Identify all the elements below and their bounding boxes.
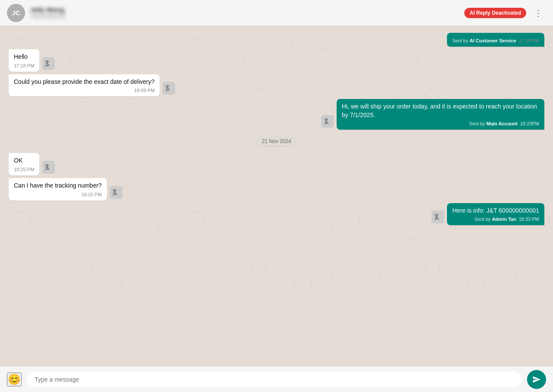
message-row: OK 18:25 PM <box>9 153 544 175</box>
message-meta: Sent by Admin Tan 18:33 PM <box>452 217 539 222</box>
message-meta: Sent by Main Account 18:20PM <box>342 121 539 126</box>
message-bubble-outgoing: Hi, we will ship your order today, and i… <box>337 99 544 130</box>
sender-name: Admin Tan <box>492 217 516 222</box>
contact-name: Jelly Wong <box>30 6 65 13</box>
message-row: Hello 17:18 PM <box>9 49 544 72</box>
contact-phone: +60123456789 <box>30 13 65 19</box>
message-meta: 18:25 PM <box>14 192 102 197</box>
message-bubble-partial: Sent by AI Customer Service 17:08 PM <box>447 33 544 47</box>
message-text: Can I have the tracking number? <box>14 182 102 190</box>
message-time: 17:18 PM <box>14 63 34 68</box>
message-bubble-outgoing: Here is info: J&T 600000000001 Sent by A… <box>447 203 544 226</box>
chat-header: JC Jelly Wong +60123456789 AI Reply Deac… <box>0 0 553 26</box>
message-time: 18:33 PM <box>519 217 539 222</box>
header-actions: AI Reply Deactivated ⋮ <box>464 6 546 20</box>
translate-icon[interactable] <box>42 161 55 174</box>
ai-reply-badge[interactable]: AI Reply Deactivated <box>464 8 526 18</box>
sender-label: Sent by Admin Tan <box>475 217 516 222</box>
sender-name: Main Account <box>486 121 518 126</box>
date-separator: 21 Nov 2024 <box>9 137 544 146</box>
send-button[interactable] <box>527 370 546 389</box>
date-label: 21 Nov 2024 <box>257 137 296 146</box>
emoji-button[interactable]: 😊 <box>7 373 22 386</box>
message-row: Could you please provide the exact date … <box>9 74 544 97</box>
chat-footer: 😊 <box>0 366 553 392</box>
message-text: Hi, we will ship your order today, and i… <box>342 102 539 119</box>
message-time: 18:25 PM <box>14 167 34 172</box>
message-meta: 18:09 PM <box>14 88 154 93</box>
more-menu-icon[interactable]: ⋮ <box>530 6 546 20</box>
message-row: Can I have the tracking number? 18:25 PM <box>9 178 544 201</box>
message-bubble-incoming: Could you please provide the exact date … <box>9 74 160 97</box>
message-time: 18:09 PM <box>134 88 154 93</box>
message-bubble-incoming: Hello 17:18 PM <box>9 49 39 72</box>
message-row: Here is info: J&T 600000000001 Sent by A… <box>9 203 544 226</box>
message-time: 17:08 PM <box>519 38 539 43</box>
sender-label: Sent by Main Account <box>469 121 518 126</box>
message-meta: 17:18 PM <box>14 63 34 68</box>
message-input[interactable] <box>27 372 522 387</box>
message-bubble-incoming: OK 18:25 PM <box>9 153 39 175</box>
message-time: 18:25 PM <box>81 192 102 197</box>
sender-label: Sent by AI Customer Service <box>452 38 516 43</box>
translate-icon[interactable] <box>109 186 122 199</box>
message-row: Hi, we will ship your order today, and i… <box>9 99 544 130</box>
contact-info: Jelly Wong +60123456789 <box>30 6 65 19</box>
translate-icon[interactable] <box>162 82 175 95</box>
message-text: OK <box>14 156 34 165</box>
message-bubble-incoming: Can I have the tracking number? 18:25 PM <box>9 178 107 201</box>
sender-name: AI Customer Service <box>469 38 516 43</box>
message-text: Hello <box>14 53 34 61</box>
translate-icon[interactable] <box>42 57 55 70</box>
message-meta: Sent by AI Customer Service 17:08 PM <box>452 38 539 43</box>
avatar: JC <box>7 4 25 22</box>
message-meta: 18:25 PM <box>14 167 34 172</box>
chat-area: Sent by AI Customer Service 17:08 PM Hel… <box>0 26 553 366</box>
message-row: Sent by AI Customer Service 17:08 PM <box>9 33 544 47</box>
translate-icon[interactable] <box>431 210 444 223</box>
message-text: Could you please provide the exact date … <box>14 78 154 86</box>
message-time: 18:20PM <box>520 121 539 126</box>
translate-icon[interactable] <box>321 115 334 128</box>
message-text: Here is info: J&T 600000000001 <box>452 207 539 215</box>
